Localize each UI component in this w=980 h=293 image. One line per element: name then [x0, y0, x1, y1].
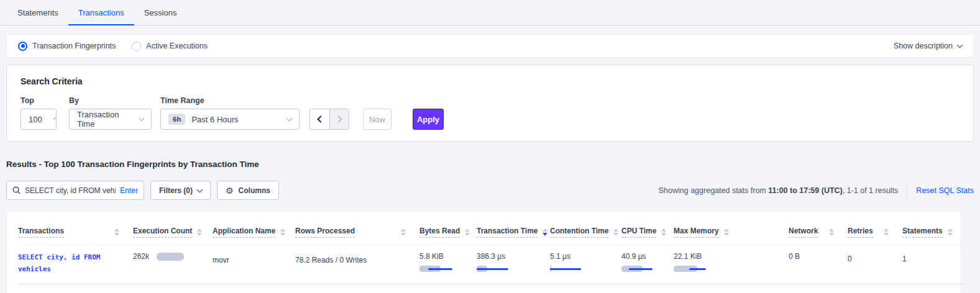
transaction-time-cell: 386.3 µs — [477, 245, 550, 284]
stats-prefix: Showing aggregated stats from — [659, 186, 769, 195]
bytes-read-cell: 5.8 KiB — [419, 245, 477, 284]
sort-icon[interactable] — [724, 228, 729, 236]
statements-cell: 1 — [902, 245, 964, 284]
transaction-fingerprint-link[interactable]: SELECT city, id FROM vehicles — [18, 252, 117, 275]
radio-label: Active Executions — [146, 42, 208, 50]
network-cell: 0 B — [789, 245, 848, 284]
by-select[interactable]: Transaction Time — [69, 109, 152, 130]
top-label: Top — [21, 96, 57, 105]
col-header-contention-time[interactable]: Contention Time — [550, 218, 621, 245]
columns-button[interactable]: ⚙ Columns — [217, 181, 279, 200]
bytes-read-bar — [419, 265, 457, 273]
transaction-time-bar — [477, 265, 514, 273]
col-header-statements[interactable]: Statements — [902, 218, 964, 245]
chevron-down-icon — [197, 186, 203, 192]
search-criteria-card: Search Criteria Top 100 By Transaction T… — [6, 65, 974, 142]
contention-time-value: 5.1 µs — [550, 252, 616, 261]
tab-statements[interactable]: Statements — [7, 2, 68, 25]
time-range-select[interactable]: 6h Past 6 Hours — [160, 109, 300, 130]
col-header-execution-count[interactable]: Execution Count — [133, 218, 213, 245]
sort-icon[interactable] — [829, 228, 834, 236]
by-value: Transaction Time — [77, 110, 127, 128]
results-table: Transactions Execution Count Application… — [18, 218, 964, 284]
network-value: 0 B — [789, 252, 800, 261]
filters-label: Filters (0) — [159, 186, 193, 195]
time-range-value: Past 6 Hours — [191, 115, 238, 124]
sort-icon[interactable] — [280, 228, 285, 236]
stats-range: 11:00 to 17:59 (UTC) — [768, 186, 842, 195]
filters-button[interactable]: Filters (0) — [150, 181, 211, 200]
time-next-button[interactable] — [329, 109, 349, 129]
divider — [907, 183, 907, 199]
view-radio-group: Transaction Fingerprints Active Executio… — [18, 42, 208, 51]
by-field: By Transaction Time — [69, 96, 152, 130]
max-memory-value: 22.1 KiB — [674, 252, 784, 261]
time-range-badge: 6h — [168, 114, 185, 125]
max-memory-bar — [674, 265, 711, 273]
chevron-left-icon — [317, 115, 324, 122]
apply-button[interactable]: Apply — [413, 109, 444, 130]
tab-transactions[interactable]: Transactions — [68, 2, 134, 25]
sort-icon[interactable] — [661, 228, 666, 236]
time-range-field: Time Range 6h Past 6 Hours — [160, 96, 300, 130]
stats-suffix: , 1-1 of 1 results — [843, 186, 899, 195]
reset-sql-stats-link[interactable]: Reset SQL Stats — [916, 186, 974, 195]
top-value: 100 — [29, 115, 42, 124]
col-header-transactions[interactable]: Transactions — [18, 218, 133, 245]
col-header-cpu-time[interactable]: CPU Time — [621, 218, 674, 245]
sort-icon[interactable] — [114, 228, 119, 236]
results-heading: Results - Top 100 Transaction Fingerprin… — [6, 160, 974, 169]
rows-processed-value: 78.2 Reads / 0 Writes — [295, 256, 367, 264]
sort-icon[interactable] — [948, 228, 953, 236]
time-range-label: Time Range — [160, 96, 300, 105]
view-toggle-bar: Transaction Fingerprints Active Executio… — [6, 34, 974, 58]
col-header-network[interactable]: Network — [789, 218, 848, 245]
page-tabs: Statements Transactions Sessions — [0, 0, 980, 25]
col-header-max-memory[interactable]: Max Memory — [674, 218, 789, 245]
sort-icon[interactable] — [401, 228, 406, 236]
tab-sessions[interactable]: Sessions — [134, 2, 187, 25]
retries-cell: 0 — [848, 245, 902, 284]
chevron-down-icon — [139, 115, 144, 120]
execution-count-cell: 262k — [133, 245, 213, 284]
cpu-time-bar — [621, 265, 659, 273]
search-enter-button[interactable]: Enter — [120, 186, 138, 195]
top-field: Top 100 — [21, 96, 57, 130]
radio-transaction-fingerprints[interactable]: Transaction Fingerprints — [18, 42, 116, 51]
radio-label: Transaction Fingerprints — [32, 42, 116, 50]
col-header-application-name[interactable]: Application Name — [213, 218, 295, 245]
columns-label: Columns — [239, 186, 270, 195]
table-row: SELECT city, id FROM vehicles 262k movr … — [18, 245, 964, 284]
time-prev-button[interactable] — [310, 109, 329, 129]
max-memory-cell: 22.1 KiB — [674, 245, 789, 284]
chevron-down-icon — [957, 42, 963, 48]
col-header-transaction-time[interactable]: Transaction Time — [477, 218, 550, 245]
col-header-retries[interactable]: Retries — [848, 218, 902, 245]
show-description-toggle[interactable]: Show description — [894, 42, 962, 50]
radio-unselected-icon[interactable] — [132, 42, 141, 51]
top-select[interactable]: 100 — [21, 109, 57, 130]
sort-icon[interactable] — [465, 228, 470, 236]
radio-selected-icon[interactable] — [18, 42, 27, 51]
application-name-value: movr — [213, 256, 229, 264]
now-button[interactable]: Now — [363, 109, 392, 130]
sort-icon[interactable] — [543, 228, 547, 236]
search-input[interactable] — [25, 186, 116, 195]
results-table-card: Transactions Execution Count Application… — [6, 211, 961, 293]
search-icon — [12, 186, 21, 194]
cpu-time-value: 40.9 µs — [621, 252, 669, 261]
sort-icon[interactable] — [197, 228, 202, 236]
sort-icon[interactable] — [884, 228, 889, 236]
col-header-rows-processed[interactable]: Rows Processed — [295, 218, 419, 245]
chevron-down-icon — [286, 115, 293, 121]
search-box[interactable]: Enter — [6, 181, 144, 200]
col-header-bytes-read[interactable]: Bytes Read — [419, 218, 477, 245]
gear-icon: ⚙ — [226, 186, 234, 195]
execution-count-bar — [157, 253, 184, 261]
time-nav-group — [309, 109, 349, 130]
contention-time-cell: 5.1 µs — [550, 245, 621, 284]
execution-count-value: 262k — [133, 252, 149, 261]
radio-active-executions[interactable]: Active Executions — [132, 42, 208, 51]
by-label: By — [69, 96, 152, 105]
sort-icon[interactable] — [613, 228, 618, 236]
